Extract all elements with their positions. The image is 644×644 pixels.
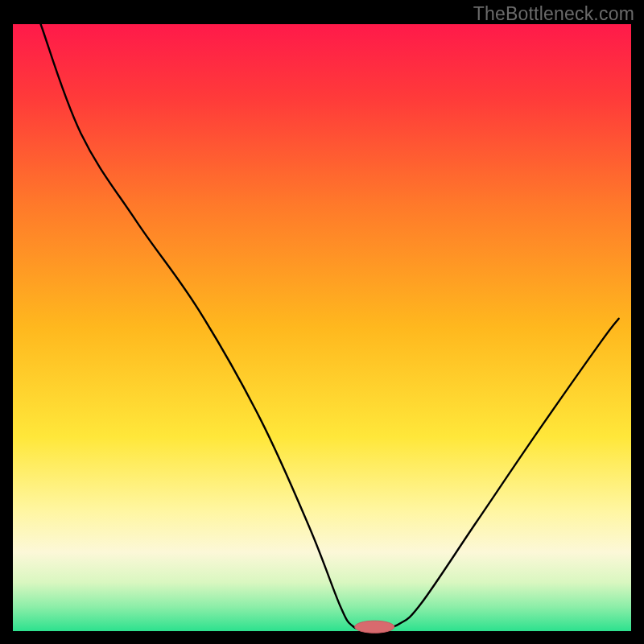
bottleneck-chart — [0, 0, 644, 644]
optimum-marker — [355, 621, 394, 633]
chart-frame: TheBottleneck.com — [0, 0, 644, 644]
watermark-label: TheBottleneck.com — [473, 3, 634, 25]
plot-background — [13, 24, 631, 631]
